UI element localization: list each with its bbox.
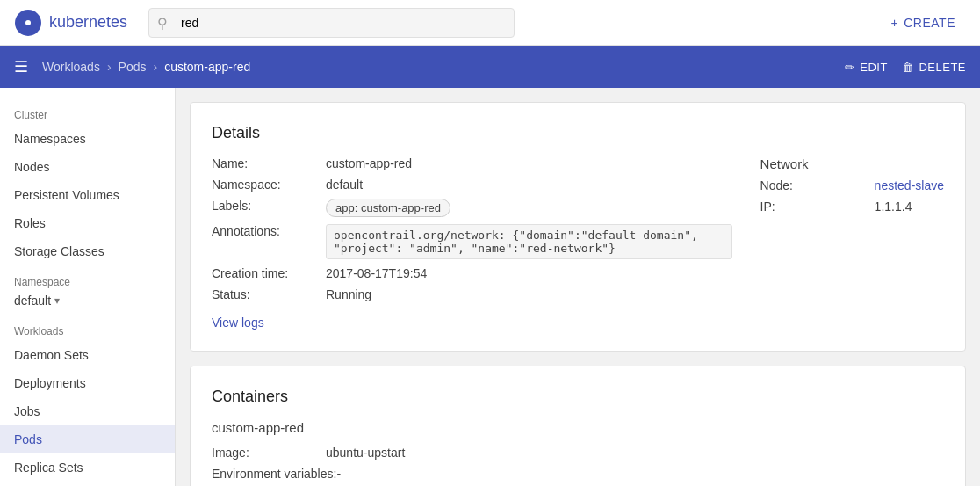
status-value: Running <box>326 287 371 301</box>
ip-row: IP: 1.1.1.4 <box>760 199 944 214</box>
breadcrumb-bar: ☰ Workloads › Pods › custom-app-red ✏ ED… <box>0 46 980 88</box>
svg-rect-3 <box>40 9 42 12</box>
env-vars-row: Environment variables: - <box>212 467 944 481</box>
search-icon: ⚲ <box>157 14 168 31</box>
breadcrumb-workloads[interactable]: Workloads <box>42 60 100 74</box>
delete-label: DELETE <box>919 61 966 74</box>
menu-icon[interactable]: ☰ <box>14 57 28 76</box>
main-content: Details Name: custom-app-red Namespace: … <box>176 88 980 486</box>
sidebar-item-pods[interactable]: Pods <box>0 425 175 453</box>
details-right: Network Node: nested-slave IP: 1.1.1.4 <box>760 156 944 330</box>
create-button[interactable]: + CREATE <box>881 9 966 37</box>
workloads-section-title: Workloads <box>0 318 175 341</box>
image-label: Image: <box>212 446 326 460</box>
details-title: Details <box>212 124 944 142</box>
env-vars-label: Environment variables: <box>212 467 336 481</box>
annotations-label: Annotations: <box>212 224 326 238</box>
delete-button[interactable]: 🗑 DELETE <box>902 61 966 74</box>
sidebar-item-roles[interactable]: Roles <box>0 209 175 237</box>
logo: kubernetes <box>14 9 127 37</box>
labels-row: Labels: app: custom-app-red <box>212 199 732 217</box>
creation-time-value: 2017-08-17T19:54 <box>326 266 427 280</box>
container-name: custom-app-red <box>212 420 944 435</box>
breadcrumb-pods[interactable]: Pods <box>119 60 147 74</box>
layout: Cluster Namespaces Nodes Persistent Volu… <box>0 88 980 486</box>
image-row: Image: ubuntu-upstart <box>212 446 944 460</box>
containers-card: Containers custom-app-red Image: ubuntu-… <box>190 366 966 486</box>
creation-time-label: Creation time: <box>212 266 326 280</box>
node-value[interactable]: nested-slave <box>875 178 944 192</box>
search-input[interactable] <box>148 8 515 38</box>
delete-icon: 🗑 <box>902 61 914 74</box>
namespace-label: Namespace <box>14 276 161 288</box>
breadcrumb-current: custom-app-red <box>164 60 250 74</box>
image-value: ubuntu-upstart <box>326 446 405 460</box>
status-label: Status: <box>212 287 326 301</box>
svg-point-1 <box>25 20 31 25</box>
sidebar: Cluster Namespaces Nodes Persistent Volu… <box>0 88 176 486</box>
breadcrumb-sep-1: › <box>107 60 112 74</box>
name-value: custom-app-red <box>326 156 412 170</box>
sidebar-item-replica-sets[interactable]: Replica Sets <box>0 453 175 482</box>
details-card: Details Name: custom-app-red Namespace: … <box>190 102 966 352</box>
plus-icon: + <box>891 16 899 30</box>
ip-value: 1.1.1.4 <box>875 199 912 214</box>
view-logs-link[interactable]: View logs <box>212 316 264 330</box>
namespace-select[interactable]: default ▾ <box>14 294 161 308</box>
node-label: Node: <box>760 178 875 192</box>
namespace-row: Namespace: default <box>212 178 732 192</box>
env-vars-value: - <box>336 467 341 481</box>
cluster-section-title: Cluster <box>0 102 175 125</box>
namespace-detail-value: default <box>326 178 363 192</box>
annotations-value: opencontrail.org/network: {"domain":"def… <box>326 224 732 259</box>
name-row: Name: custom-app-red <box>212 156 732 170</box>
namespace-detail-label: Namespace: <box>212 178 326 192</box>
sidebar-item-deployments[interactable]: Deployments <box>0 369 175 397</box>
edit-button[interactable]: ✏ EDIT <box>845 61 888 74</box>
status-row: Status: Running <box>212 287 732 301</box>
create-label: CREATE <box>904 16 955 30</box>
sidebar-item-storage-classes[interactable]: Storage Classes <box>0 237 175 265</box>
details-columns: Name: custom-app-red Namespace: default … <box>212 156 944 330</box>
labels-label: Labels: <box>212 199 326 213</box>
chevron-down-icon: ▾ <box>54 294 60 307</box>
sidebar-item-persistent-volumes[interactable]: Persistent Volumes <box>0 181 175 209</box>
node-row: Node: nested-slave <box>760 178 944 192</box>
edit-label: EDIT <box>860 61 888 74</box>
app-title: kubernetes <box>49 13 127 32</box>
topbar: kubernetes ⚲ + CREATE <box>0 0 980 46</box>
edit-icon: ✏ <box>845 61 855 74</box>
creation-time-row: Creation time: 2017-08-17T19:54 <box>212 266 732 280</box>
sidebar-item-replication-controllers[interactable]: Replication Controllers <box>0 482 175 486</box>
annotations-row: Annotations: opencontrail.org/network: {… <box>212 224 732 259</box>
sidebar-item-jobs[interactable]: Jobs <box>0 397 175 425</box>
breadcrumb-actions: ✏ EDIT 🗑 DELETE <box>845 61 966 74</box>
details-left: Name: custom-app-red Namespace: default … <box>212 156 732 330</box>
sidebar-item-nodes[interactable]: Nodes <box>0 153 175 181</box>
network-title: Network <box>760 156 944 171</box>
search-container: ⚲ <box>148 8 515 38</box>
breadcrumb-sep-2: › <box>153 60 157 74</box>
namespace-value: default <box>14 294 51 308</box>
ip-label: IP: <box>760 199 875 214</box>
namespace-section: Namespace default ▾ <box>0 265 175 318</box>
name-label: Name: <box>212 156 326 170</box>
sidebar-item-daemon-sets[interactable]: Daemon Sets <box>0 341 175 369</box>
kubernetes-logo-icon <box>14 9 42 37</box>
label-chip: app: custom-app-red <box>326 199 450 217</box>
containers-title: Containers <box>212 388 944 406</box>
sidebar-item-namespaces[interactable]: Namespaces <box>0 125 175 153</box>
